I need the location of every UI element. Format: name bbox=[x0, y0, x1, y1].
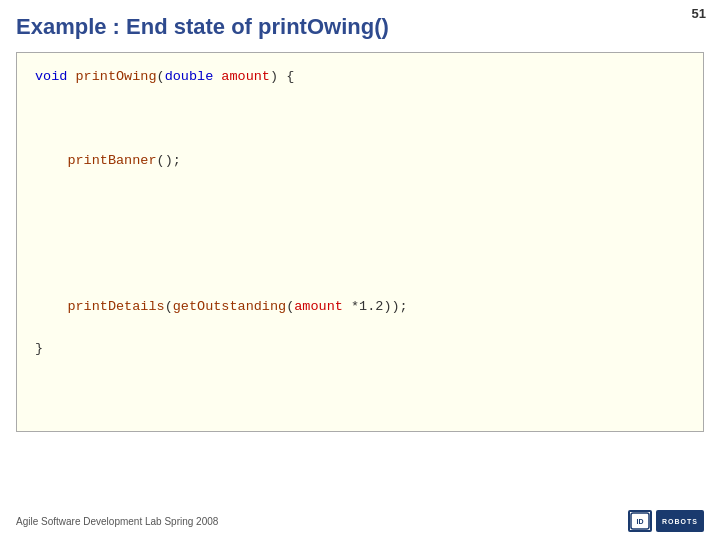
code-line-4 bbox=[35, 130, 685, 151]
code-line-6 bbox=[35, 172, 685, 193]
code-line-14: } bbox=[35, 339, 685, 360]
slide-title: Example : End state of printOwing() bbox=[16, 14, 389, 40]
code-line-7 bbox=[35, 193, 685, 214]
code-line-5: printBanner(); bbox=[35, 151, 685, 172]
code-line-3 bbox=[35, 109, 685, 130]
code-line-12: printDetails(getOutstanding(amount *1.2)… bbox=[35, 297, 685, 318]
code-line-10 bbox=[35, 255, 685, 276]
footer: Agile Software Development Lab Spring 20… bbox=[16, 510, 704, 532]
code-line-8 bbox=[35, 213, 685, 234]
logo-icon: ID bbox=[628, 510, 652, 532]
code-line-13 bbox=[35, 318, 685, 339]
code-line-2 bbox=[35, 88, 685, 109]
logo-box: ROBOTS bbox=[656, 510, 704, 532]
slide: 51 Example : End state of printOwing() v… bbox=[0, 0, 720, 540]
code-line-1: void printOwing(double amount) { bbox=[35, 67, 685, 88]
svg-text:ID: ID bbox=[637, 518, 644, 525]
footer-logo: ID ROBOTS bbox=[628, 510, 704, 532]
code-line-11 bbox=[35, 276, 685, 297]
logo-text: ROBOTS bbox=[662, 518, 698, 525]
code-block: void printOwing(double amount) { printBa… bbox=[16, 52, 704, 432]
slide-number: 51 bbox=[692, 6, 706, 21]
code-line-9 bbox=[35, 234, 685, 255]
footer-text: Agile Software Development Lab Spring 20… bbox=[16, 516, 218, 527]
